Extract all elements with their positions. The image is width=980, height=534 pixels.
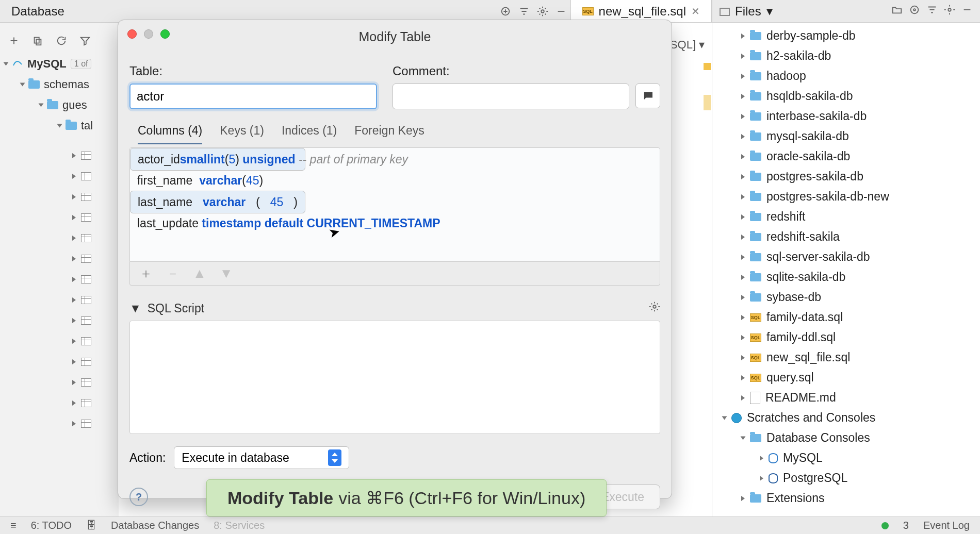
table-row-peek[interactable] — [72, 352, 119, 372]
sql-file-item[interactable]: SQLnew_sql_file.sql — [712, 347, 980, 368]
close-window-icon[interactable] — [127, 29, 137, 39]
minimize-icon[interactable] — [552, 2, 570, 21]
expand-comment-icon[interactable] — [635, 84, 660, 108]
filter-icon[interactable] — [515, 2, 533, 21]
table-row-peek[interactable] — [72, 248, 119, 269]
tree-root-mysql[interactable]: MySQL1 of — [0, 54, 119, 74]
console-postgres[interactable]: PostgreSQL — [712, 468, 980, 488]
tab-columns[interactable]: Columns (4) — [138, 124, 202, 144]
tab-foreign-keys[interactable]: Foreign Keys — [354, 124, 424, 144]
status-services[interactable]: 8: Services — [214, 520, 265, 531]
tree-item-label: postgres-sakila-db — [766, 170, 863, 183]
folder-item[interactable]: hadoop — [712, 66, 980, 86]
table-row-peek[interactable] — [72, 207, 119, 228]
collapse-all-icon[interactable] — [926, 4, 938, 18]
column-row[interactable]: last_name varchar(45) — [130, 191, 305, 213]
table-row-peek[interactable] — [72, 166, 119, 187]
table-row-peek[interactable] — [72, 372, 119, 393]
tab-sqlfile[interactable]: SQL new_sql_file.sql ✕ — [570, 0, 712, 22]
new-icon[interactable] — [8, 35, 24, 49]
extensions-node[interactable]: Extensions — [712, 488, 980, 508]
script-settings-icon[interactable] — [649, 301, 660, 315]
readme-item[interactable]: README.md — [712, 388, 980, 408]
tree-tables[interactable]: tal — [0, 115, 119, 136]
tree-item-label: hsqldb-sakila-db — [766, 89, 853, 103]
refresh-icon[interactable] — [56, 35, 71, 49]
comment-input[interactable] — [393, 84, 629, 109]
add-target-icon[interactable] — [496, 2, 515, 21]
column-row[interactable]: first_name varchar(45) — [130, 171, 660, 191]
folder-item[interactable]: postgres-sakila-db — [712, 166, 980, 187]
folder-icon — [750, 434, 761, 442]
status-todo[interactable]: 6: TODO — [31, 520, 72, 531]
status-db-changes[interactable]: Database Changes — [111, 520, 199, 531]
folder-icon — [750, 112, 761, 121]
columns-list[interactable]: actor_id smallint(5) unsigned -- part of… — [129, 147, 660, 262]
add-column-icon[interactable]: ＋ — [139, 264, 153, 282]
folder-item[interactable]: h2-sakila-db — [712, 46, 980, 66]
settings-icon[interactable] — [944, 4, 955, 18]
target-icon[interactable] — [909, 4, 920, 18]
table-row-peek[interactable] — [72, 393, 119, 413]
table-row-peek[interactable] — [72, 145, 119, 166]
action-select[interactable]: Execute in database — [174, 446, 349, 469]
move-up-icon[interactable]: ▲ — [193, 265, 206, 281]
chevron-right-icon — [741, 34, 745, 39]
sql-file-item[interactable]: SQLquery.sql — [712, 368, 980, 388]
column-row[interactable]: actor_id smallint(5) unsigned -- part of… — [130, 148, 305, 171]
chevron-right-icon — [741, 214, 745, 220]
folder-icon — [750, 293, 761, 302]
folder-item[interactable]: mysql-sakila-db — [712, 126, 980, 146]
folder-item[interactable]: postgres-sakila-db-new — [712, 187, 980, 207]
tree-guest[interactable]: gues — [0, 95, 119, 115]
console-mysql[interactable]: MySQL — [712, 448, 980, 468]
folder-item[interactable]: hsqldb-sakila-db — [712, 86, 980, 106]
tab-database[interactable]: Database — [0, 0, 76, 22]
tab-indices[interactable]: Indices (1) — [282, 124, 337, 144]
hide-panel-icon[interactable] — [961, 4, 973, 18]
column-row[interactable]: last_update timestamp default CURRENT_TI… — [130, 213, 660, 233]
folder-item[interactable]: sqlite-sakila-db — [712, 267, 980, 287]
close-tab-icon[interactable]: ✕ — [691, 5, 700, 18]
folder-item[interactable]: sql-server-sakila-db — [712, 247, 980, 267]
folder-item[interactable]: redshift-sakila — [712, 227, 980, 247]
table-row-peek[interactable] — [72, 187, 119, 207]
table-row-peek[interactable] — [72, 310, 119, 331]
duplicate-icon[interactable] — [32, 35, 47, 49]
sql-script-area[interactable] — [129, 321, 660, 434]
move-down-icon[interactable]: ▼ — [220, 265, 233, 281]
db-consoles-node[interactable]: Database Consoles — [712, 428, 980, 448]
chevron-down-icon[interactable]: ▾ — [766, 4, 773, 19]
folder-item[interactable]: oracle-sakila-db — [712, 146, 980, 166]
tree-item-label: h2-sakila-db — [766, 49, 831, 63]
tree-schemas[interactable]: schemas — [0, 74, 119, 95]
open-folder-icon[interactable] — [891, 4, 903, 18]
table-row-peek[interactable] — [72, 228, 119, 248]
tab-keys[interactable]: Keys (1) — [220, 124, 264, 144]
folder-item[interactable]: interbase-sakila-db — [712, 106, 980, 126]
table-row-peek[interactable] — [72, 269, 119, 290]
table-name-input[interactable] — [129, 84, 377, 109]
sql-file-item[interactable]: SQLfamily-ddl.sql — [712, 327, 980, 347]
zoom-window-icon[interactable] — [160, 29, 170, 39]
collapse-icon[interactable]: ▼ — [129, 302, 141, 315]
folder-item[interactable]: sybase-db — [712, 287, 980, 307]
chevron-right-icon — [760, 476, 763, 481]
folder-icon — [47, 101, 58, 109]
status-event-log[interactable]: Event Log — [923, 520, 970, 531]
table-row-peek[interactable] — [72, 331, 119, 352]
tree-item-label: oracle-sakila-db — [766, 149, 850, 163]
scratches-node[interactable]: Scratches and Consoles — [712, 408, 980, 428]
db-changes-icon: 🗄 — [86, 520, 96, 531]
table-row-peek[interactable] — [72, 413, 119, 434]
folder-item[interactable]: redshift — [712, 207, 980, 227]
status-bar: ≡6: TODO 🗄Database Changes 8: Services 3… — [0, 516, 980, 534]
settings-icon[interactable] — [533, 2, 552, 21]
help-icon[interactable]: ? — [129, 488, 148, 506]
sql-file-item[interactable]: SQLfamily-data.sql — [712, 307, 980, 327]
remove-column-icon[interactable]: － — [166, 264, 179, 282]
folder-item[interactable]: derby-sample-db — [712, 26, 980, 46]
table-row-peek[interactable] — [72, 290, 119, 310]
minimize-window-icon[interactable] — [144, 29, 153, 39]
filter2-icon[interactable] — [79, 35, 95, 49]
